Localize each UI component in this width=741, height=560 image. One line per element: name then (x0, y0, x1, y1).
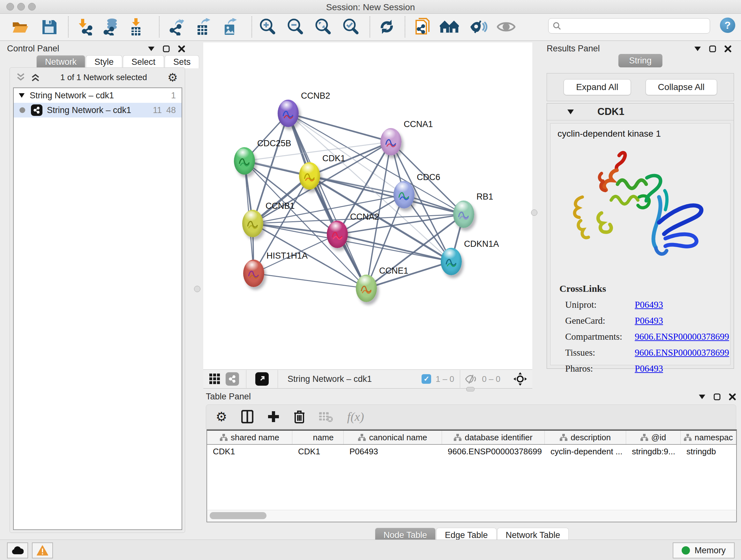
network-node-cdk1[interactable] (299, 162, 320, 190)
column-header[interactable]: description (545, 431, 626, 444)
table-cell[interactable]: CDK1 (292, 445, 344, 458)
maximize-panel-icon[interactable] (709, 45, 716, 52)
network-canvas[interactable]: CCNB2 CCNA1 CDC25B CDK1 CDC6 RB1 CCNB1 C… (203, 43, 532, 369)
crosslink-link[interactable]: P06493 (635, 315, 663, 326)
collection-expand-icon[interactable] (19, 93, 24, 98)
network-node-ccnb2[interactable] (278, 100, 299, 127)
network-collection-row[interactable]: String Network – cdk1 1 (14, 88, 182, 103)
network-node-ccne1[interactable] (356, 274, 377, 302)
node-label-ccne1: CCNE1 (379, 266, 408, 276)
network-node-ccna1[interactable] (381, 128, 401, 155)
float-panel-icon[interactable] (694, 47, 701, 51)
zoom-out-button[interactable] (286, 17, 305, 37)
table-cell[interactable]: P06493 (344, 445, 442, 458)
float-panel-icon[interactable] (148, 47, 154, 51)
string-protein-query-button[interactable] (413, 17, 432, 37)
table-cell[interactable]: CDK1 (207, 445, 292, 458)
table-cell[interactable]: 9606.ENSP00000378699 (442, 445, 545, 458)
tab-style[interactable]: Style (86, 55, 122, 68)
network-row[interactable]: String Network – cdk1 11 48 (14, 103, 182, 118)
export-network-button[interactable] (167, 17, 186, 37)
table-options-gear-icon[interactable]: ⚙ (216, 409, 227, 424)
column-header[interactable]: name (292, 431, 344, 444)
hide-labels-button[interactable] (469, 17, 488, 37)
float-panel-icon[interactable] (699, 395, 705, 399)
network-node-rb1[interactable] (453, 200, 474, 228)
crosslink-row: Compartments: 9606.ENSP00000378699 (559, 331, 729, 342)
grid-view-icon[interactable] (209, 373, 220, 385)
toolbar-separator (252, 16, 252, 37)
home-button[interactable] (440, 17, 459, 37)
network-node-ccnb1[interactable] (242, 210, 263, 237)
crosslink-link[interactable]: 9606.ENSP00000378699 (635, 331, 729, 342)
table-cell[interactable]: stringdb:9... (626, 445, 681, 458)
left-splitter-handle[interactable] (194, 286, 200, 292)
table-row[interactable]: CDK1CDK1P064939606.ENSP00000378699cyclin… (207, 445, 736, 458)
memory-button[interactable]: Memory (673, 543, 735, 558)
open-session-button[interactable] (11, 17, 30, 37)
network-node-cdc25b[interactable] (234, 147, 255, 175)
network-options-gear-icon[interactable]: ⚙ (167, 71, 178, 84)
search-input[interactable] (564, 21, 710, 31)
show-columns-icon[interactable] (241, 410, 253, 423)
bottom-splitter-handle[interactable] (466, 387, 475, 391)
save-session-button[interactable] (40, 17, 59, 37)
export-image-button[interactable] (220, 17, 239, 37)
delete-column-icon[interactable] (293, 410, 305, 423)
section-collapse-icon[interactable] (567, 110, 574, 114)
right-splitter-handle[interactable] (531, 209, 537, 216)
close-panel-icon[interactable] (724, 45, 731, 52)
selected-nodes-checkbox[interactable]: ✓ (421, 374, 431, 384)
help-button[interactable]: ? (720, 17, 735, 33)
scrollbar-thumb[interactable] (210, 512, 266, 519)
import-network-from-database-button[interactable] (101, 17, 120, 37)
network-node-cdkn1a[interactable] (441, 248, 462, 275)
tab-network[interactable]: Network (37, 55, 85, 68)
column-header[interactable]: namespac (681, 431, 736, 444)
zoom-fit-button[interactable] (313, 17, 333, 37)
column-header[interactable]: canonical name (344, 431, 442, 444)
maximize-panel-icon[interactable] (714, 393, 721, 400)
network-node-cdc6[interactable] (394, 181, 414, 208)
node-table[interactable]: shared namename canonical name database … (206, 429, 737, 511)
collapse-all-networks-icon[interactable] (16, 73, 25, 81)
table-cell[interactable]: stringdb (681, 445, 736, 458)
network-node-ccna2[interactable] (327, 221, 348, 248)
crosslink-link[interactable]: 9606.ENSP00000378699 (635, 348, 729, 358)
column-header[interactable]: shared name (207, 431, 292, 444)
crosslink-link[interactable]: P06493 (635, 300, 663, 310)
close-panel-icon[interactable] (729, 393, 736, 400)
search-icon (552, 21, 561, 30)
show-graphics-details-button[interactable] (496, 17, 516, 37)
column-header[interactable]: database identifier (442, 431, 545, 444)
zoom-in-button[interactable] (258, 17, 277, 37)
fit-content-crosshair-icon[interactable] (513, 372, 527, 386)
add-column-icon[interactable] (267, 411, 280, 423)
network-view-type-icon[interactable] (226, 372, 239, 386)
node-layer: CCNB2 CCNA1 CDC25B CDK1 CDC6 RB1 CCNB1 C… (203, 43, 532, 369)
expand-all-networks-icon[interactable] (31, 73, 40, 81)
warnings-button[interactable] (32, 543, 53, 558)
tab-sets[interactable]: Sets (165, 55, 199, 68)
network-node-hist1h1a[interactable] (243, 260, 264, 287)
detach-view-icon[interactable] (255, 372, 269, 386)
close-panel-icon[interactable] (178, 45, 185, 52)
import-table-button[interactable] (126, 17, 145, 37)
import-network-button[interactable] (76, 17, 95, 37)
table-horizontal-scrollbar[interactable] (206, 510, 737, 522)
network-view-toolbar: String Network – cdk1 ✓ 1 – 0 0 – 0 (203, 369, 532, 388)
collapse-all-button[interactable]: Collapse All (646, 79, 717, 95)
cloud-status-button[interactable] (7, 543, 28, 558)
export-table-button[interactable] (193, 17, 212, 37)
tab-string[interactable]: String (618, 54, 663, 67)
zoom-selected-button[interactable] (341, 17, 360, 37)
crosslink-link[interactable]: P06493 (635, 363, 663, 374)
table-cell[interactable]: cyclin-dependent ... (545, 445, 626, 458)
apply-layout-button[interactable] (377, 17, 396, 37)
expand-all-button[interactable]: Expand All (563, 79, 630, 95)
maximize-panel-icon[interactable] (163, 45, 170, 52)
node-label-ccna2: CCNA2 (350, 212, 380, 222)
tab-select[interactable]: Select (123, 55, 164, 68)
column-header[interactable]: @id (626, 431, 681, 444)
search-field[interactable] (548, 18, 710, 34)
